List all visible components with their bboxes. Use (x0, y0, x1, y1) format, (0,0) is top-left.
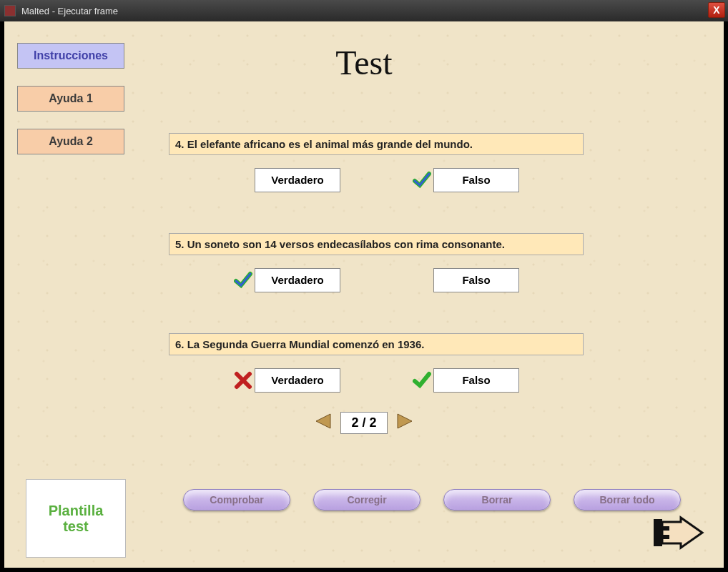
question-text: 6. La Segunda Guerra Mundial comenzó en … (169, 333, 584, 355)
titlebar: Malted - Ejecutar frame X (0, 0, 728, 21)
prev-page-button[interactable] (313, 411, 333, 434)
answer-true: Verdadero (233, 268, 340, 292)
question-block: 5. Un soneto son 14 versos endecasílabos… (169, 233, 584, 292)
answer-row: Verdadero Falso (169, 368, 584, 393)
borrar-todo-button[interactable]: Borrar todo (574, 489, 681, 511)
true-button[interactable]: Verdadero (255, 368, 340, 393)
mark-icon-none (412, 270, 432, 290)
close-icon: X (713, 4, 719, 16)
page-indicator: 2 / 2 (340, 412, 387, 434)
page-title: Test (4, 43, 724, 82)
svg-rect-2 (654, 519, 662, 546)
plantilla-line2: test (63, 518, 89, 534)
ayuda1-button[interactable]: Ayuda 1 (17, 86, 124, 112)
answer-false: Falso (412, 168, 519, 192)
action-buttons: Comprobar Corregir Borrar Borrar todo (183, 489, 681, 511)
check-blue-icon (233, 270, 253, 290)
svg-marker-1 (398, 414, 412, 428)
app-icon (4, 5, 16, 16)
pager: 2 / 2 (4, 411, 724, 434)
answer-row: Verdadero Falso (169, 168, 584, 192)
window-title: Malted - Ejecutar frame (21, 6, 118, 16)
question-block: 6. La Segunda Guerra Mundial comenzó en … (169, 333, 584, 393)
answer-true: Verdadero (233, 168, 340, 192)
question-block: 4. El elefante africano es el animal más… (169, 133, 584, 192)
check-blue-icon (412, 170, 432, 190)
plantilla-line1: Plantilla (49, 503, 104, 518)
question-text: 4. El elefante africano es el animal más… (169, 133, 584, 155)
check-icon (412, 370, 432, 390)
question-text: 5. Un soneto son 14 versos endecasílabos… (169, 233, 584, 255)
answer-row: Verdadero Falso (169, 268, 584, 292)
mark-icon-none (233, 170, 253, 190)
svg-marker-0 (316, 414, 330, 428)
borrar-button[interactable]: Borrar (443, 489, 551, 511)
false-button[interactable]: Falso (433, 168, 519, 192)
true-button[interactable]: Verdadero (255, 168, 340, 192)
plantilla-badge: Plantilla test (26, 479, 126, 558)
svg-rect-4 (662, 535, 669, 539)
next-hand-button[interactable] (652, 515, 709, 553)
close-button[interactable]: X (708, 2, 725, 18)
answer-false: Falso (412, 368, 519, 393)
svg-rect-3 (662, 526, 669, 531)
corregir-button[interactable]: Corregir (313, 489, 420, 511)
false-button[interactable]: Falso (433, 268, 519, 292)
ayuda2-button[interactable]: Ayuda 2 (17, 129, 124, 154)
app-frame: Instrucciones Ayuda 1 Ayuda 2 Test 4. El… (4, 21, 724, 568)
cross-icon (233, 370, 253, 390)
false-button[interactable]: Falso (433, 368, 519, 393)
answer-true: Verdadero (233, 368, 340, 393)
answer-false: Falso (412, 268, 519, 292)
true-button[interactable]: Verdadero (255, 268, 340, 292)
comprobar-button[interactable]: Comprobar (183, 489, 290, 511)
next-page-button[interactable] (395, 411, 415, 434)
